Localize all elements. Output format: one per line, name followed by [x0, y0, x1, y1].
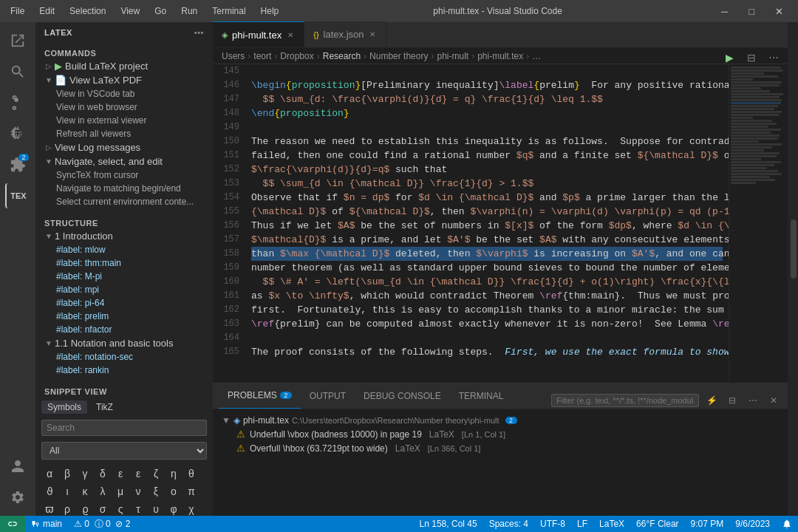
symbol-epsilon2[interactable]: ε: [130, 466, 146, 482]
panel-tab-terminal[interactable]: TERMINAL: [450, 383, 513, 409]
symbol-eta[interactable]: η: [166, 466, 182, 482]
sidebar-item-label-mpi[interactable]: #label: M-pi: [35, 270, 213, 283]
sidebar-item-introduction[interactable]: ▼ 1 Introduction: [35, 229, 213, 243]
remote-status[interactable]: [0, 516, 25, 532]
menu-edit[interactable]: Edit: [36, 4, 58, 18]
close-button[interactable]: ✕: [768, 6, 791, 17]
symbol-xi[interactable]: ξ: [148, 483, 164, 499]
sidebar-item-log[interactable]: ▷ View Log messages: [35, 140, 213, 154]
problem-file-row[interactable]: ▼ ◈ phi-mult.tex C:\Users\teort\Dropbox\…: [219, 414, 782, 427]
extensions-activity-icon[interactable]: 2: [5, 152, 30, 177]
cursor-position-status[interactable]: Ln 158, Col 45: [414, 516, 483, 532]
symbol-vartheta[interactable]: ϑ: [41, 483, 58, 499]
split-editor-button[interactable]: ⊟: [742, 48, 761, 67]
collapse-button[interactable]: ⊟: [724, 392, 740, 409]
sidebar-item-view-web[interactable]: View in web browser: [35, 100, 213, 114]
sidebar-item-build[interactable]: ▷ ▶ Build LaTeX project: [35, 59, 213, 73]
debug-activity-icon[interactable]: [5, 121, 30, 146]
menu-go[interactable]: Go: [151, 4, 169, 18]
breadcrumb-item-research[interactable]: Research: [323, 51, 361, 61]
symbol-alpha[interactable]: α: [41, 466, 58, 482]
symbol-lambda[interactable]: λ: [95, 483, 111, 499]
search-activity-icon[interactable]: [5, 59, 30, 84]
sidebar-item-refresh[interactable]: Refresh all viewers: [35, 127, 213, 140]
more-button[interactable]: ⋯: [745, 392, 761, 409]
sidebar-item-label-prelim[interactable]: #label: prelim: [35, 310, 213, 323]
indentation-status[interactable]: Spaces: 4: [483, 516, 534, 532]
tab-close-button[interactable]: ✕: [368, 30, 377, 39]
symbol-upsilon[interactable]: υ: [148, 501, 164, 516]
symbol-epsilon[interactable]: ε: [112, 466, 129, 482]
sidebar-more-button[interactable]: •••: [194, 28, 204, 37]
filter-icon[interactable]: ⚡: [703, 392, 720, 409]
menu-selection[interactable]: Selection: [66, 4, 109, 18]
sidebar-item-view-external[interactable]: View in external viewer: [35, 114, 213, 127]
sidebar-item-view-pdf[interactable]: ▼ 📄 View LaTeX PDF: [35, 73, 213, 87]
symbol-beta[interactable]: β: [59, 466, 75, 482]
settings-activity-icon[interactable]: [5, 485, 30, 510]
language-mode-status[interactable]: LaTeX: [593, 516, 630, 532]
symbol-delta[interactable]: δ: [95, 466, 111, 482]
tab-latex-json[interactable]: {} latex.json ✕: [304, 21, 386, 47]
symbol-mu[interactable]: μ: [112, 483, 129, 499]
close-panel-button[interactable]: ✕: [765, 392, 782, 409]
breadcrumb-item-file[interactable]: phi-mult.tex: [477, 51, 523, 61]
code-area[interactable]: \begin{proposition}[Preliminary inequali…: [245, 64, 729, 383]
panel-tab-debug[interactable]: DEBUG CONSOLE: [355, 383, 450, 409]
tab-symbols[interactable]: Symbols: [41, 400, 87, 414]
menu-file[interactable]: File: [7, 4, 27, 18]
sidebar-item-label-nfactor[interactable]: #label: nfactor: [35, 323, 213, 336]
menu-view[interactable]: View: [117, 4, 143, 18]
symbol-tau[interactable]: τ: [130, 501, 146, 516]
symbol-varpi[interactable]: ϖ: [41, 501, 58, 516]
symbol-theta[interactable]: θ: [183, 466, 200, 482]
menu-run[interactable]: Run: [178, 4, 200, 18]
sidebar-item-label-mlow[interactable]: #label: mlow: [35, 243, 213, 256]
symbol-kappa[interactable]: κ: [77, 483, 93, 499]
breadcrumb-item-teort[interactable]: teort: [253, 51, 271, 61]
tab-close-button[interactable]: ✕: [286, 30, 295, 40]
sidebar-item-label-pi64[interactable]: #label: pi-64: [35, 296, 213, 310]
symbol-omicron[interactable]: ο: [166, 483, 182, 499]
menu-terminal[interactable]: Terminal: [209, 4, 248, 18]
tab-tikz[interactable]: TikZ: [90, 400, 119, 414]
panel-tab-problems[interactable]: PROBLEMS2: [219, 383, 301, 409]
latex-activity-icon[interactable]: TEX: [5, 183, 30, 208]
line-endings-status[interactable]: LF: [571, 516, 593, 532]
right-scrollbar[interactable]: [788, 22, 798, 516]
sidebar-item-navigate[interactable]: ▼ Navigate, select, and edit: [35, 154, 213, 168]
menu-help[interactable]: Help: [258, 4, 282, 18]
more-actions-button[interactable]: ⋯: [764, 48, 783, 67]
errors-status[interactable]: ⚠ 0 ⓘ 0 ⊘ 2: [68, 516, 136, 532]
breadcrumb-item-more[interactable]: …: [532, 51, 541, 61]
sidebar-item-view-vscode[interactable]: View in VSCode tab: [35, 87, 213, 100]
symbol-gamma[interactable]: γ: [77, 466, 93, 482]
minimize-button[interactable]: ─: [714, 6, 735, 17]
symbol-pi[interactable]: π: [183, 483, 200, 499]
symbol-sigma[interactable]: σ: [95, 501, 111, 516]
breadcrumb-item-users[interactable]: Users: [222, 51, 245, 61]
sidebar-item-label-rankin[interactable]: #label: rankin: [35, 364, 213, 377]
symbol-rho[interactable]: ρ: [59, 501, 75, 516]
breadcrumb-item-numtheory[interactable]: Number theory: [369, 51, 428, 61]
symbol-chi[interactable]: χ: [183, 501, 200, 516]
explorer-activity-icon[interactable]: [5, 28, 30, 53]
tab-phi-mult[interactable]: ◈ phi-mult.tex ✕: [213, 21, 304, 47]
sidebar-item-notation[interactable]: ▼ 1.1 Notation and basic tools: [35, 336, 213, 350]
run-button[interactable]: ▶: [720, 48, 739, 67]
symbol-iota[interactable]: ι: [59, 483, 75, 499]
problem-row[interactable]: ⚠ Overfull \hbox (63.7219pt too wide) La…: [219, 441, 782, 455]
breadcrumb-item-dropbox[interactable]: Dropbox: [280, 51, 313, 61]
filter-input[interactable]: [551, 394, 699, 407]
sidebar-item-matching[interactable]: Navigate to matching begin/end: [35, 182, 213, 195]
git-branch-status[interactable]: main: [25, 516, 68, 532]
symbol-varsigma[interactable]: ς: [112, 501, 129, 516]
symbol-varrho[interactable]: ϱ: [77, 501, 93, 516]
symbol-nu[interactable]: ν: [130, 483, 146, 499]
breadcrumb-item-phimult[interactable]: phi-mult: [437, 51, 468, 61]
problem-row[interactable]: ⚠ Underfull \vbox (badness 10000) in pag…: [219, 427, 782, 441]
notifications-button[interactable]: [776, 516, 798, 532]
panel-tab-output[interactable]: OUTPUT: [301, 383, 355, 409]
editor[interactable]: 145 146 147 148 149 150 151 152 153 154 …: [213, 64, 788, 383]
account-activity-icon[interactable]: [5, 454, 30, 479]
